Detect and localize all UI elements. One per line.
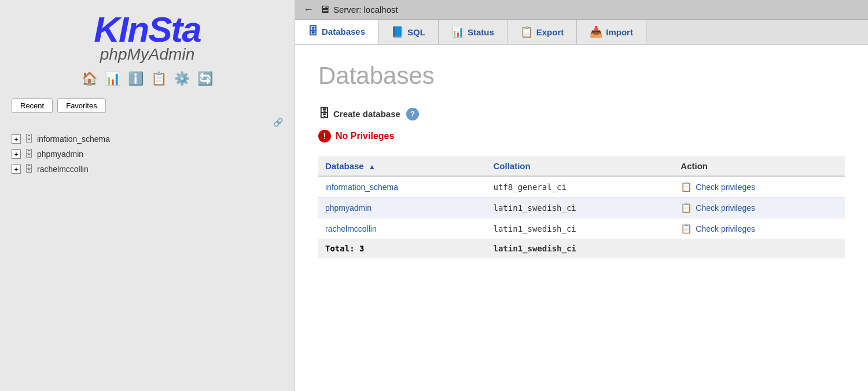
check-priv-icon: 📋 xyxy=(681,181,692,192)
list-item[interactable]: + 🗄 phpmyadmin xyxy=(12,147,295,162)
help-icon[interactable]: ? xyxy=(406,108,419,120)
status-tab-label: Status xyxy=(468,27,494,37)
table-row: phpmyadmin latin1_swedish_ci 📋 Check pri… xyxy=(318,198,845,218)
link-icon[interactable]: 🔗 xyxy=(273,118,283,127)
expand-button[interactable]: + xyxy=(12,134,21,144)
nav-buttons: Recent Favorites xyxy=(0,94,295,118)
tab-databases[interactable]: 🗄 Databases xyxy=(295,20,378,44)
recent-button[interactable]: Recent xyxy=(12,98,53,113)
top-bar: ← 🖥 Server: localhost xyxy=(295,0,868,20)
check-privileges-button[interactable]: 📋 Check privileges xyxy=(681,181,838,192)
refresh-icon[interactable]: 🔄 xyxy=(196,70,215,88)
action-cell: 📋 Check privileges xyxy=(674,218,845,239)
collation-cell: utf8_general_ci xyxy=(486,176,674,198)
database-cell: phpmyadmin xyxy=(318,198,486,218)
tab-status[interactable]: 📊 Status xyxy=(439,20,507,44)
table-row-total: Total: 3 latin1_swedish_ci xyxy=(318,239,845,258)
settings-icon[interactable]: ⚙️ xyxy=(173,70,192,88)
toolbar-icons: 🏠 📊 ℹ️ 📋 ⚙️ 🔄 xyxy=(80,70,215,88)
table-row: rachelmccollin latin1_swedish_ci 📋 Check… xyxy=(318,218,845,239)
back-button[interactable]: ← xyxy=(303,3,314,16)
collation-cell: latin1_swedish_ci xyxy=(486,198,674,218)
error-icon: ! xyxy=(318,130,331,142)
action-cell: 📋 Check privileges xyxy=(674,176,845,198)
column-header-database[interactable]: Database ▲ xyxy=(318,156,486,176)
table-row: information_schema utf8_general_ci 📋 Che… xyxy=(318,176,845,198)
check-priv-label: Check privileges xyxy=(696,224,755,233)
sql-tab-label: SQL xyxy=(407,27,425,37)
sort-arrow-icon: ▲ xyxy=(369,163,376,171)
list-item[interactable]: + 🗄 rachelmccollin xyxy=(12,162,295,177)
server-icon: 🖥 xyxy=(319,3,330,16)
create-db-label: Create database xyxy=(333,109,400,119)
export-tab-label: Export xyxy=(536,27,564,37)
phpmyadmin-logo: phpMyAdmin xyxy=(100,45,194,64)
collation-cell: latin1_swedish_ci xyxy=(486,218,674,239)
upload-icon[interactable]: 📊 xyxy=(104,70,122,88)
copy-icon[interactable]: 📋 xyxy=(150,70,168,88)
home-icon[interactable]: 🏠 xyxy=(80,70,99,88)
status-tab-icon: 📊 xyxy=(451,25,464,38)
database-icon: 🗄 xyxy=(24,134,34,144)
databases-tab-label: Databases xyxy=(322,27,365,36)
check-privileges-button[interactable]: 📋 Check privileges xyxy=(681,202,838,213)
export-tab-icon: 📋 xyxy=(520,25,533,38)
tab-export[interactable]: 📋 Export xyxy=(507,20,578,44)
list-item[interactable]: + 🗄 information_schema xyxy=(12,131,295,147)
check-priv-label: Check privileges xyxy=(696,203,755,213)
database-icon: 🗄 xyxy=(24,149,34,159)
database-name: rachelmccollin xyxy=(37,165,89,174)
tab-sql[interactable]: 📘 SQL xyxy=(378,20,439,44)
expand-button[interactable]: + xyxy=(12,149,21,159)
tab-bar: 🗄 Databases 📘 SQL 📊 Status 📋 Export 📥 Im… xyxy=(295,20,868,45)
database-cell: rachelmccollin xyxy=(318,218,486,239)
total-action xyxy=(674,239,845,258)
expand-button[interactable]: + xyxy=(12,165,21,174)
database-name: information_schema xyxy=(37,134,110,144)
server-label: 🖥 Server: localhost xyxy=(319,3,398,16)
server-name: Server: localhost xyxy=(333,5,398,14)
page-title: Databases xyxy=(318,62,845,90)
check-priv-label: Check privileges xyxy=(696,182,755,192)
column-header-collation: Collation xyxy=(486,156,674,176)
databases-table: Database ▲ Collation Action information_… xyxy=(318,156,845,258)
database-name: phpmyadmin xyxy=(37,149,83,159)
favorites-button[interactable]: Favorites xyxy=(57,98,105,113)
import-tab-label: Import xyxy=(606,27,633,37)
no-privileges-label: No Privileges xyxy=(336,131,394,141)
create-db-row: 🗄 Create database ? xyxy=(318,107,845,120)
databases-tab-icon: 🗄 xyxy=(308,25,318,38)
tab-import[interactable]: 📥 Import xyxy=(577,20,646,44)
kinsta-logo: KInSta xyxy=(94,12,200,47)
sidebar: KInSta phpMyAdmin 🏠 📊 ℹ️ 📋 ⚙️ 🔄 Recent F… xyxy=(0,0,295,391)
no-privileges-message: ! No Privileges xyxy=(318,130,845,142)
database-cell: information_schema xyxy=(318,176,486,198)
logo-area: KInSta phpMyAdmin 🏠 📊 ℹ️ 📋 ⚙️ 🔄 xyxy=(0,6,295,94)
table-header-row: Database ▲ Collation Action xyxy=(318,156,845,176)
total-label: Total: 3 xyxy=(318,239,486,258)
create-db-icon: 🗄 xyxy=(318,107,330,120)
import-tab-icon: 📥 xyxy=(590,25,602,38)
db-tree: + 🗄 information_schema + 🗄 phpmyadmin + … xyxy=(0,129,295,179)
sql-tab-icon: 📘 xyxy=(391,25,404,38)
database-link[interactable]: rachelmccollin xyxy=(325,224,377,233)
create-database-button[interactable]: 🗄 Create database xyxy=(318,107,400,120)
check-privileges-button[interactable]: 📋 Check privileges xyxy=(681,223,838,234)
column-header-action: Action xyxy=(674,156,845,176)
check-priv-icon: 📋 xyxy=(681,223,692,234)
total-collation: latin1_swedish_ci xyxy=(486,239,674,258)
check-priv-icon: 📋 xyxy=(681,202,692,213)
database-link[interactable]: phpmyadmin xyxy=(325,203,372,213)
info-icon[interactable]: ℹ️ xyxy=(127,70,145,88)
database-icon: 🗄 xyxy=(24,164,34,174)
link-icon-row: 🔗 xyxy=(0,118,295,127)
database-link[interactable]: information_schema xyxy=(325,182,398,192)
action-cell: 📋 Check privileges xyxy=(674,198,845,218)
main-panel: ← 🖥 Server: localhost 🗄 Databases 📘 SQL … xyxy=(295,0,868,391)
page-content: Databases 🗄 Create database ? ! No Privi… xyxy=(295,45,868,391)
